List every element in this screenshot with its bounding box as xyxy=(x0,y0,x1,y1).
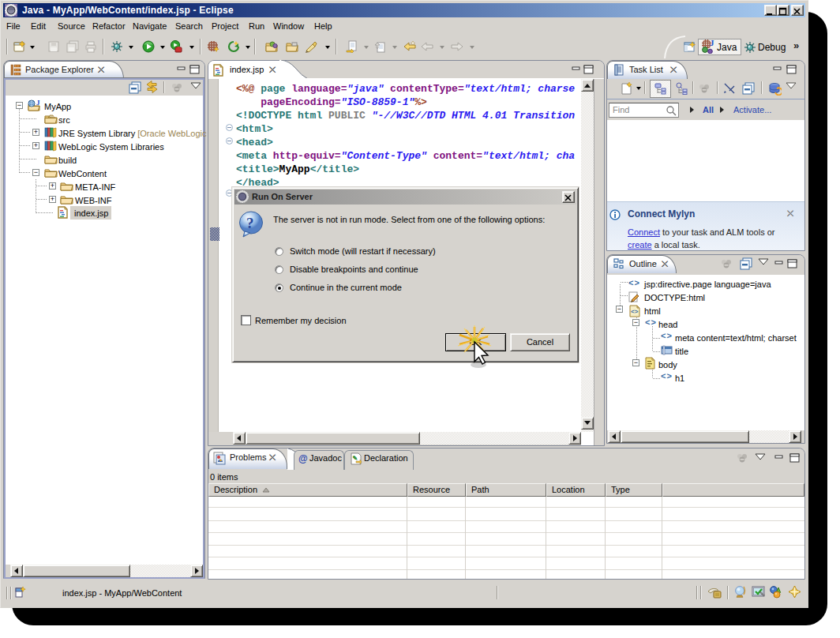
svg-text:J: J xyxy=(710,39,714,47)
svg-text:J: J xyxy=(36,99,40,107)
svg-text:✎: ✎ xyxy=(352,455,358,462)
svg-text:<>: <> xyxy=(631,308,639,315)
svg-text:?: ? xyxy=(246,215,254,231)
